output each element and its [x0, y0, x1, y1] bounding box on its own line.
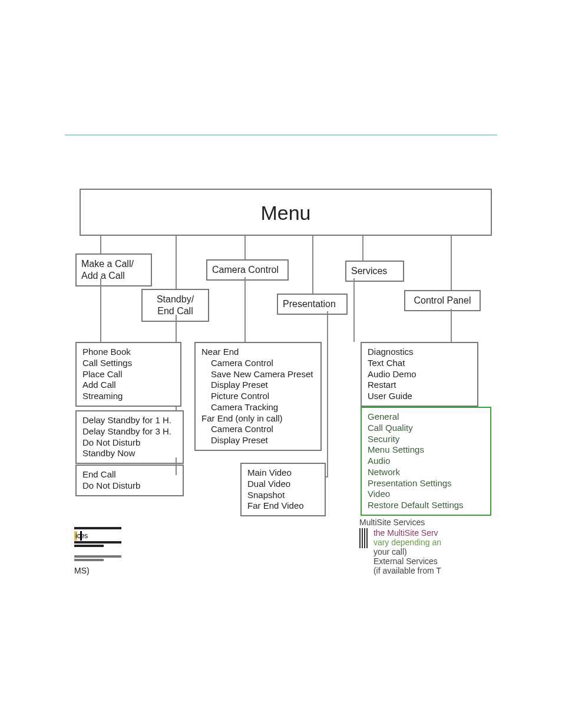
artifact-left: ices MS) — [74, 526, 127, 575]
list-item: Add Call — [82, 380, 174, 391]
list-item: Camera Control — [201, 358, 315, 369]
cat-control-panel: Control Panel — [404, 290, 481, 311]
sub-presentation: Main VideoDual VideoSnapshotFar End Vide… — [240, 463, 326, 516]
connector — [327, 311, 328, 476]
cat-label: Standby/ End Call — [157, 294, 194, 316]
list-heading: Near End — [201, 347, 315, 358]
artifact-text: vary depending an — [373, 538, 441, 547]
list-item: User Guide — [368, 391, 471, 402]
list-item: Restore Default Settings — [368, 500, 484, 511]
connector — [362, 236, 363, 262]
connector — [100, 278, 101, 343]
list-item: Presentation Settings — [368, 478, 484, 489]
cat-presentation: Presentation — [277, 294, 348, 315]
connector — [326, 476, 328, 477]
list-item: Camera Tracking — [201, 402, 315, 413]
list-item: Save New Camera Preset — [201, 369, 315, 380]
artifact-text: your call) — [373, 547, 407, 556]
cat-label: Camera Control — [212, 265, 279, 275]
list-item: Text Chat — [368, 358, 471, 369]
page: Menu Make a Call/ Add a Call Standby/ En… — [0, 0, 562, 728]
sub-standby-b: End CallDo Not Disturb — [75, 465, 184, 496]
top-separator — [65, 134, 497, 137]
list-item: General — [368, 411, 484, 423]
cat-label: Presentation — [283, 299, 336, 309]
list-item: Place Call — [82, 369, 174, 380]
list-item: Do Not Disturb — [82, 480, 177, 492]
connector — [176, 236, 177, 289]
list-item: Video — [368, 489, 484, 500]
list-item: Delay Standby for 1 H. — [82, 415, 177, 426]
artifact-text: ices — [74, 531, 89, 541]
sub-standby-a: Delay Standby for 1 H.Delay Standby for … — [75, 410, 184, 464]
sub-control-panel: GeneralCall QualitySecurityMenu Settings… — [361, 407, 491, 516]
list-item: Delay Standby for 3 H. — [82, 426, 177, 437]
connector — [244, 277, 246, 343]
list-item: Audio Demo — [368, 369, 471, 380]
list-item: Picture Control — [201, 391, 315, 402]
list-item: Do Not Disturb — [82, 437, 177, 449]
list-item: Streaming — [82, 391, 174, 402]
list-item: Audio — [368, 456, 484, 467]
sub-services: DiagnosticsText ChatAudio DemoRestartUse… — [361, 342, 478, 407]
list-item: Call Settings — [82, 358, 174, 369]
list-item: Standby Now — [82, 448, 177, 459]
list-item: Far End Video — [247, 500, 319, 512]
cat-label: Control Panel — [414, 295, 471, 305]
artifact-text: External Services — [373, 556, 438, 566]
sub-camera: Near EndCamera ControlSave New Camera Pr… — [194, 342, 322, 451]
list-item: Security — [368, 434, 484, 445]
list-item: Restart — [368, 380, 471, 391]
cat-camera: Camera Control — [206, 259, 289, 281]
connector — [312, 236, 313, 295]
list-item: Menu Settings — [368, 444, 484, 456]
connector — [244, 236, 246, 259]
list-item: End Call — [82, 469, 177, 480]
cat-label: Services — [351, 266, 387, 276]
list-item: Dual Video — [247, 479, 319, 490]
menu-title: Menu — [260, 202, 310, 224]
sub-make-call: Phone BookCall SettingsPlace CallAdd Cal… — [75, 342, 181, 407]
cat-make-call: Make a Call/ Add a Call — [75, 253, 152, 286]
list-item: Display Preset — [201, 435, 315, 446]
list-item: Snapshot — [247, 490, 319, 501]
list-item: Diagnostics — [368, 347, 471, 358]
artifact-text: the MultiSite Serv — [373, 528, 438, 538]
list-item: Network — [368, 467, 484, 478]
connector — [176, 457, 177, 475]
artifact-right: MultiSite Services the MultiSite Serv va… — [359, 518, 507, 575]
list-item: Phone Book — [82, 347, 174, 358]
connector — [353, 278, 355, 342]
connector — [100, 236, 101, 255]
cat-label: Make a Call/ Add a Call — [81, 259, 134, 281]
artifact-text: MultiSite Services — [359, 518, 425, 527]
list-item: Display Preset — [201, 380, 315, 391]
artifact-text: MS) — [74, 566, 90, 575]
list-item: Camera Control — [201, 424, 315, 435]
connector — [451, 236, 452, 290]
list-item: Main Video — [247, 467, 319, 479]
menu-root-box: Menu — [80, 189, 492, 236]
list-item: Call Quality — [368, 423, 484, 434]
list-heading: Far End (only in call) — [201, 413, 315, 424]
artifact-text: (if available from T — [373, 566, 441, 575]
